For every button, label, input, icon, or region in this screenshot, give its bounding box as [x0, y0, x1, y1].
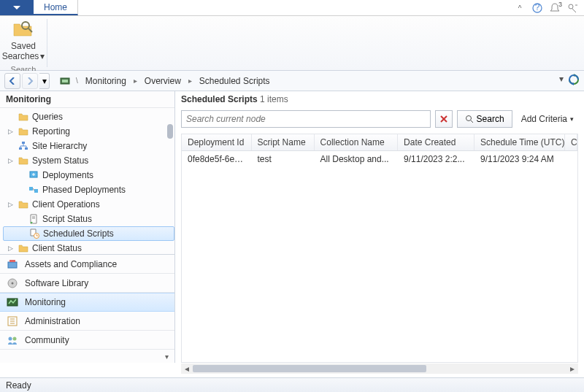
svg-point-16 [12, 282, 14, 284]
tree-item-system-status[interactable]: ▷ System Status [3, 153, 174, 168]
phased-icon [28, 185, 39, 195]
folder-icon [18, 156, 28, 165]
saved-searches-button[interactable]: Saved Searches▾ Search [0, 16, 47, 70]
system-menu-button[interactable] [0, 0, 34, 15]
folder-icon [18, 200, 28, 209]
tree-scrollbar[interactable] [167, 124, 173, 139]
results-grid: Deployment Id Script Name Collection Nam… [181, 134, 578, 363]
arrow-right-icon [26, 77, 34, 85]
col-script-name[interactable]: Script Name [252, 134, 315, 150]
horizontal-scrollbar[interactable]: ◂ ▸ [181, 363, 578, 374]
tab-home[interactable]: Home [34, 0, 78, 15]
saved-searches-icon [12, 19, 35, 39]
grid-header: Deployment Id Script Name Collection Nam… [182, 134, 577, 151]
svg-rect-11 [34, 189, 38, 193]
community-icon [6, 334, 19, 347]
add-criteria-button[interactable]: Add Criteria ▾ [517, 110, 578, 128]
chevron-right-icon: ▸ [185, 77, 195, 85]
breadcrumb-root[interactable] [58, 76, 72, 86]
folder-icon [18, 244, 28, 253]
nav-tree: Queries ▷ Reporting Site Hierarchy ▷ Sys… [0, 108, 174, 254]
svg-point-21 [466, 116, 471, 121]
tree-item-queries[interactable]: Queries [3, 109, 174, 124]
titlebar: Home ? 3 [0, 0, 584, 16]
library-icon [6, 277, 19, 290]
deployments-icon [28, 170, 39, 180]
tree-item-deployments[interactable]: Deployments [3, 168, 174, 182]
tree-item-script-status[interactable]: Script Status [3, 212, 174, 226]
navigation-panel: Monitoring Queries ▷ Reporting Site Hier… [0, 91, 175, 363]
svg-point-20 [13, 337, 17, 340]
wunderbar-administration[interactable]: Administration [0, 312, 174, 331]
scroll-right-icon[interactable]: ▸ [566, 364, 578, 374]
tree-item-client-operations[interactable]: ▷ Client Operations [3, 197, 174, 212]
chevron-down-icon [13, 6, 20, 10]
breadcrumb-monitoring[interactable]: Monitoring [82, 73, 129, 89]
svg-point-2 [569, 4, 573, 9]
nav-header: Monitoring [0, 91, 174, 108]
wunderbar-software-library[interactable]: Software Library [0, 274, 174, 293]
notification-icon[interactable]: 3 [548, 0, 562, 16]
monitoring-root-icon [60, 76, 70, 86]
arrow-left-icon [9, 77, 16, 85]
search-icon [465, 115, 474, 123]
breadcrumb-dropdown[interactable]: ▾ [556, 74, 566, 88]
wunderbar-monitoring[interactable]: Monitoring [0, 293, 174, 312]
col-date-created[interactable]: Date Created [398, 134, 474, 150]
svg-rect-5 [62, 80, 68, 82]
close-icon [439, 115, 448, 123]
tree-item-reporting[interactable]: ▷ Reporting [3, 124, 174, 139]
search-input[interactable] [181, 110, 431, 128]
scroll-left-icon[interactable]: ◂ [181, 364, 193, 374]
chevron-down-icon: ▾ [570, 115, 574, 123]
breadcrumb-overview[interactable]: Overview [142, 73, 184, 89]
tree-item-scheduled-scripts[interactable]: Scheduled Scripts [3, 226, 174, 241]
col-schedule-time[interactable]: Schedule Time (UTC) [474, 134, 565, 150]
breadcrumb-scheduled-scripts[interactable]: Scheduled Scripts [196, 73, 273, 89]
assets-icon [6, 258, 19, 271]
notification-badge: 3 [558, 1, 562, 8]
svg-text:?: ? [535, 3, 540, 12]
help-icon[interactable]: ? [530, 0, 545, 16]
back-button[interactable] [4, 73, 20, 89]
content-title-row: Scheduled Scripts 1 items [175, 91, 584, 107]
svg-rect-10 [29, 187, 33, 191]
tree-item-phased-deployments[interactable]: Phased Deployments [3, 182, 174, 197]
col-collection-name[interactable]: Collection Name [315, 134, 398, 150]
folder-icon [18, 127, 28, 136]
col-client-operation-id[interactable]: Client Operation ID [565, 134, 577, 150]
wunderbar-configure[interactable]: ▾ [0, 350, 174, 363]
content-title: Scheduled Scripts [181, 94, 258, 104]
status-text: Ready [6, 380, 31, 391]
ribbon-collapse-icon[interactable] [512, 0, 527, 16]
refresh-button[interactable] [568, 74, 580, 88]
svg-rect-7 [19, 147, 22, 150]
scroll-thumb[interactable] [193, 365, 426, 372]
scheduled-script-icon [29, 228, 39, 239]
svg-point-19 [9, 337, 12, 340]
breadcrumb-bar: ▾ \ Monitoring ▸ Overview ▸ Scheduled Sc… [0, 71, 584, 91]
script-icon [29, 214, 38, 224]
hierarchy-icon [18, 141, 28, 151]
content-item-count: 1 items [260, 94, 288, 104]
status-bar: Ready [0, 377, 584, 392]
svg-rect-8 [25, 147, 28, 150]
tree-item-site-hierarchy[interactable]: Site Hierarchy [3, 139, 174, 153]
wunderbar-community[interactable]: Community [0, 331, 174, 350]
clear-search-button[interactable] [435, 110, 453, 128]
ribbon: Saved Searches▾ Search [0, 16, 584, 71]
grid-row[interactable]: 0fe8de5f-6ef5-... test All Desktop and..… [182, 151, 577, 167]
tree-item-client-status[interactable]: ▷ Client Status [3, 241, 174, 254]
feedback-icon[interactable] [565, 0, 580, 16]
admin-icon [6, 315, 19, 328]
search-button[interactable]: Search [457, 110, 512, 128]
history-dropdown[interactable]: ▾ [39, 73, 50, 89]
main-content: Scheduled Scripts 1 items Search Add Cri… [175, 91, 584, 363]
wunderbar-assets[interactable]: Assets and Compliance [0, 255, 174, 274]
forward-button[interactable] [22, 73, 38, 89]
breadcrumb-separator: \ [73, 77, 81, 85]
svg-rect-14 [9, 260, 15, 262]
refresh-icon [568, 74, 580, 85]
folder-icon [18, 112, 28, 121]
col-deployment-id[interactable]: Deployment Id [182, 134, 252, 150]
